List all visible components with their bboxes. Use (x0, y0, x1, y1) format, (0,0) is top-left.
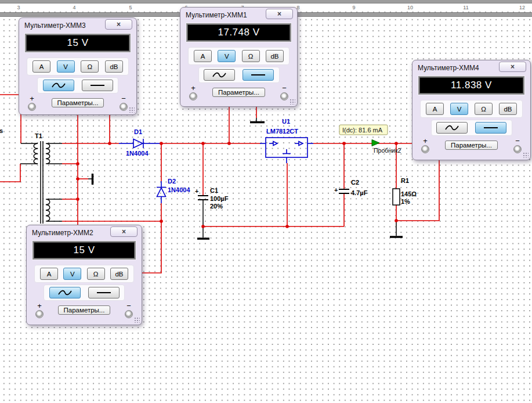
window-titlebar[interactable]: Мультиметр-XMM3 × (19, 18, 136, 33)
resize-grip[interactable] (128, 106, 135, 113)
resistance-mode-button[interactable]: Ω (81, 60, 99, 73)
close-icon: × (277, 10, 281, 18)
diode-d1-value-label: 1N4004 (126, 150, 149, 157)
positive-terminal-label: + (191, 85, 196, 91)
close-icon: × (117, 20, 121, 28)
positive-terminal[interactable] (35, 310, 44, 318)
resistance-mode-button[interactable]: Ω (87, 268, 105, 280)
capacitor-c2-value-label: 4.7µF (351, 189, 368, 196)
positive-terminal[interactable] (28, 103, 36, 111)
decibel-mode-button[interactable]: dB (266, 50, 284, 62)
ruler-number: 11 (462, 4, 469, 12)
capacitor-c2[interactable]: + C2 4.7µF (334, 179, 368, 196)
parameters-button[interactable]: Параметры... (52, 98, 104, 107)
multimeter-display: 15 V (25, 34, 131, 52)
capacitor-c1-tolerance-label: 20% (210, 203, 223, 210)
instrument-window-xmm3[interactable]: Мультиметр-XMM3 × 15 V A V Ω dB + (19, 17, 137, 115)
negative-terminal-label: − (126, 303, 131, 309)
decibel-mode-button[interactable]: dB (110, 268, 128, 280)
multimeter-reading: 11.838 V (451, 80, 492, 91)
instrument-window-xmm2[interactable]: Мультиметр-XMM2 × 15 V A V Ω dB + (26, 225, 142, 325)
dc-line-icon (91, 85, 104, 86)
resize-grip[interactable] (522, 152, 529, 158)
close-button[interactable]: × (110, 226, 137, 237)
transformer-t1[interactable]: T1 (20, 132, 62, 224)
instrument-window-xmm4[interactable]: Мультиметр-XMM4 × 11.838 V A V Ω dB + (412, 60, 531, 160)
ac-mode-button[interactable] (436, 122, 468, 134)
dc-mode-button[interactable] (82, 80, 113, 91)
window-titlebar[interactable]: Мультиметр-XMM2 × (27, 225, 142, 240)
diode-d2[interactable]: D2 1N4004 (157, 178, 190, 203)
close-button[interactable]: × (266, 9, 293, 19)
close-button[interactable]: × (105, 19, 132, 30)
dc-line-icon (484, 127, 498, 128)
parameters-button[interactable]: Параметры... (445, 141, 498, 150)
voltage-mode-button[interactable]: V (63, 268, 81, 280)
close-button[interactable]: × (499, 62, 526, 72)
window-titlebar[interactable]: Мультиметр-XMM1 × (180, 8, 297, 22)
sine-wave-icon (57, 289, 73, 296)
window-title: Мультиметр-XMM3 (24, 21, 86, 30)
multisim-workspace[interactable]: 3 4 5 6 7 8 9 10 11 12 (0, 0, 532, 403)
signal-mode-group (44, 285, 125, 301)
dc-mode-button[interactable] (475, 122, 506, 134)
current-probe[interactable]: Пробник2 (372, 140, 401, 154)
resize-grip[interactable] (133, 316, 140, 323)
current-mode-button[interactable]: A (32, 60, 50, 73)
ruler-number: 10 (406, 4, 414, 12)
resize-grip[interactable] (289, 98, 295, 105)
negative-terminal-label: − (515, 138, 520, 144)
multimeter-display: 15 V (32, 241, 136, 260)
positive-terminal-label: + (30, 95, 34, 102)
resistor-r1[interactable]: R1 145Ω 1% (390, 177, 417, 237)
ruler-number: 3 (16, 4, 21, 12)
regulator-u1-value-label: LM7812CT (266, 128, 298, 135)
probe-reading-tooltip[interactable]: I(dc): 81.6 mA (339, 125, 388, 135)
ac-mode-button[interactable] (204, 69, 235, 81)
clipped-edge-label: s (0, 127, 3, 134)
positive-terminal[interactable] (421, 145, 429, 153)
ruler-number: 5 (128, 4, 133, 12)
multimeter-reading: 17.748 V (218, 27, 259, 38)
diode-d1[interactable]: D1 1N4004 (119, 128, 161, 157)
decibel-mode-button[interactable]: dB (105, 60, 123, 73)
dc-line-icon (251, 74, 265, 75)
negative-terminal[interactable] (120, 103, 128, 111)
window-title: Мультиметр-XMM1 (186, 11, 247, 19)
window-titlebar[interactable]: Мультиметр-XMM4 × (412, 60, 530, 75)
negative-terminal[interactable] (513, 145, 522, 153)
current-mode-button[interactable]: A (426, 103, 444, 115)
positive-terminal[interactable] (189, 92, 197, 100)
negative-terminal[interactable] (125, 310, 133, 318)
ground-symbol[interactable] (88, 174, 93, 185)
parameters-button[interactable]: Параметры... (212, 88, 265, 97)
ruler-number: 9 (351, 4, 356, 12)
current-mode-button[interactable]: A (40, 268, 58, 280)
capacitor-c1[interactable]: + C1 100µF 20% (195, 187, 229, 239)
window-title: Мультиметр-XMM2 (32, 229, 93, 237)
multimeter-reading: 15 V (74, 244, 95, 256)
signal-mode-group (198, 67, 280, 83)
ground-symbol[interactable] (250, 118, 265, 123)
voltage-mode-button[interactable]: V (57, 60, 75, 73)
resistance-mode-button[interactable]: Ω (475, 103, 493, 115)
negative-terminal[interactable] (280, 92, 288, 100)
measure-mode-group: A V Ω dB (420, 100, 523, 118)
instrument-window-xmm1[interactable]: Мультиметр-XMM1 × 17.748 V A V Ω dB + (180, 7, 298, 107)
positive-terminal-label: + (423, 138, 428, 144)
ac-mode-button[interactable] (49, 287, 81, 298)
sine-wave-icon (212, 71, 227, 78)
current-mode-button[interactable]: A (194, 50, 212, 62)
regulator-u1[interactable]: U1 LM7812CT (260, 118, 313, 163)
voltage-mode-button[interactable]: V (218, 50, 236, 62)
dc-mode-button[interactable] (243, 69, 274, 81)
regulator-u1-ref-label: U1 (282, 118, 290, 125)
dc-mode-button[interactable] (88, 287, 120, 298)
resistance-mode-button[interactable]: Ω (242, 50, 260, 62)
parameters-button[interactable]: Параметры... (58, 305, 111, 315)
decibel-mode-button[interactable]: dB (499, 103, 517, 115)
negative-terminal-label: − (121, 95, 126, 102)
voltage-mode-button[interactable]: V (450, 103, 468, 115)
measure-mode-group: A V Ω dB (34, 265, 134, 283)
ac-mode-button[interactable] (43, 80, 74, 91)
